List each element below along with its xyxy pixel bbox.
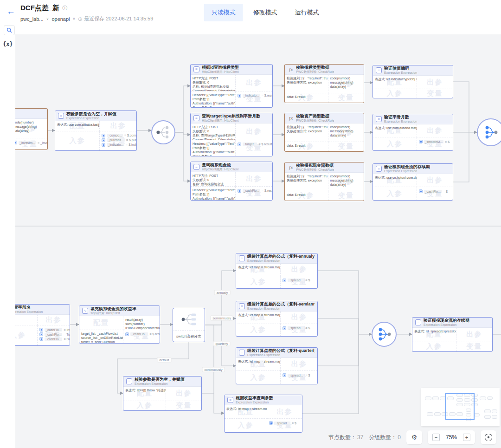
check-icon: ƒx [288, 115, 294, 121]
zoom-in-button[interactable]: + [463, 434, 470, 441]
expr-icon: = [239, 350, 245, 356]
zoom-out-button[interactable]: − [432, 434, 440, 441]
flow-node-n9[interactable]: = 验证估值编码 Expression Expression 配置表达式: le… [373, 65, 453, 98]
minimap-node [425, 396, 431, 400]
connector-fan-in[interactable] [372, 322, 397, 347]
search-button[interactable] [4, 25, 15, 35]
variable-tag: _spread...= $ [283, 326, 315, 330]
watermark-label: 入参 [225, 419, 267, 432]
status-bar: 节点数量：37 分组数量：0 ⚙ − 75% + [328, 430, 496, 444]
node-header: = 验证估值编码 Expression Expression [373, 65, 453, 76]
variable-icon [238, 143, 241, 146]
flow-node-n5[interactable]: ≡ 查询模拟现金流 HttpClient调用: HttpClient HTTP方… [190, 162, 273, 201]
flow-node-n3[interactable]: ≡ 根据id查询指标类型 HttpClient调用: HttpClient HT… [190, 64, 273, 108]
minimap-node [434, 412, 441, 416]
node-subtitle: Expression Expression [15, 310, 43, 314]
node-subtitle: Expression Expression [247, 353, 315, 357]
node-subtitle: Expression Expression [424, 323, 469, 327]
node-cell-tl: 校验规则: [ { "required": tru...失败处理方式: exce… [285, 123, 328, 142]
node-title: 校验参数是否为空，并赋值 [66, 112, 116, 117]
variable-tag: _spread...= $ [283, 373, 315, 377]
watermark-label: 出参 [456, 328, 492, 342]
flow-node-n13[interactable]: ∿ 填充模拟现金流的收益率 scipy计算: interp1Plt 配置resu… [79, 305, 160, 344]
variable-tag: _spread...= $ [283, 279, 315, 282]
tab-read-mode[interactable]: 只读模式 [204, 4, 243, 21]
flow-node-n17[interactable]: = 组装计算点差的公式（复利-quarterly） Expression Exp… [236, 347, 318, 384]
node-header: ≡ 根据id查询指标类型 HttpClient调用: HttpClient [191, 65, 272, 75]
http-icon: ≡ [193, 164, 199, 170]
flow-node-n10[interactable]: = 验证平滑月数 Expression Expression 配置表达式: us… [373, 114, 453, 151]
tab-run-mode[interactable]: 运行模式 [288, 4, 327, 21]
api-select[interactable]: openapi [51, 16, 70, 22]
node-header: = 组装计算点差的公式（复利-quarterly） Expression Exp… [236, 348, 317, 358]
node-cell-br: 变量 [456, 342, 492, 351]
search-icon [6, 27, 12, 33]
variable-icon [39, 332, 43, 336]
connector-fan-out[interactable] [151, 120, 175, 144]
flow-node-n1[interactable]: ƒx 出参code(number)message(string)data(arr… [15, 108, 48, 150]
variable-icon [283, 326, 286, 330]
node-cell-tl: 校验规则: [ { "required": tru...失败处理方式: exce… [285, 75, 328, 93]
settings-button[interactable]: ⚙ [406, 430, 422, 444]
flow-node-n4[interactable]: ≡ 查询targetType并找到平滑月数 HttpClient调用: Http… [190, 113, 273, 156]
branch-label: annualy [214, 290, 231, 295]
check-icon: ƒx [288, 66, 294, 72]
switch-node-label: switch流程分支 [173, 331, 205, 342]
variables-icon[interactable]: {x} [3, 41, 13, 47]
variable-icon [419, 189, 423, 193]
flow-node-n20[interactable]: = 验证模拟现金流的存续期 Expression Expression 配置表达… [412, 317, 493, 352]
node-cell-tr: 出参 [417, 76, 453, 89]
flow-node-n15[interactable]: = 组装计算点差的公式（复利-annualy） Expression Expre… [236, 253, 318, 289]
watermark-label: 出参 [281, 264, 317, 276]
minimap-node [484, 409, 491, 413]
node-title: 校验指标类型数据 [296, 65, 334, 70]
workspace-select[interactable]: pwc_lab... [20, 16, 44, 22]
branch-label: quarterly [213, 341, 230, 346]
node-cell-tr: 出参code(number)message(string)data(array) [328, 75, 364, 93]
variable-tag: _target...= $.result.data [238, 143, 270, 146]
flow-node-n6[interactable]: ƒx 校验指标类型数据 PWC数据校验: CheckRule 校验规则: [ {… [284, 64, 364, 103]
minimap-node [474, 413, 480, 416]
node-cell-br: 变量_cashFlo...= $.result [123, 330, 160, 344]
node-cell-bl: 入参 [225, 419, 267, 432]
minimap-node [487, 396, 493, 400]
minimap[interactable] [421, 388, 500, 426]
connector-fan-in[interactable] [477, 118, 501, 146]
node-cell-tr: 出参 [166, 387, 201, 401]
back-arrow-icon[interactable]: ← [6, 6, 15, 17]
watermark-label: 入参 [373, 89, 417, 98]
flow-node-n16[interactable]: = 组装计算点差的公式（复利-semiannualy） Expression E… [236, 301, 318, 337]
variable-tag: _cashFlo...= TotalCashF... [39, 332, 68, 336]
flow-canvas[interactable]: 节点数量：37 分组数量：0 ⚙ − 75% + ƒx 出参code(numbe… [15, 34, 501, 448]
expr-icon: = [239, 303, 245, 309]
node-header: ƒx 校验模拟现金流数据 PWC数据校验: CheckRule [285, 162, 364, 173]
flow-node-n8[interactable]: ƒx 校验模拟现金流数据 PWC数据校验: CheckRule 校验规则: [ … [284, 162, 364, 201]
info-icon[interactable]: ⓘ [62, 5, 67, 12]
clock-icon: ◷ [78, 16, 82, 21]
node-header: ƒx [15, 109, 47, 119]
http-icon: ≡ [193, 115, 199, 121]
minimap-viewport[interactable] [445, 393, 475, 420]
node-cell-tr: 出参 [281, 358, 317, 371]
watermark-label: 变量 [328, 142, 364, 151]
flow-node-n7[interactable]: ƒx 校验资产类型数据 PWC数据校验: CheckRule 校验规则: [ {… [284, 113, 364, 152]
node-subtitle: PWC数据校验: CheckRule [296, 168, 334, 172]
expr-icon: = [239, 255, 245, 261]
node-subtitle: scipy计算: interp1Plt [90, 312, 136, 315]
fit-view-button[interactable] [481, 430, 496, 444]
variable-tag: _cashFlo...= $.result.dat... [238, 189, 270, 193]
page-title: DCF点差_新 [20, 4, 59, 13]
node-subtitle: Expression Expression [135, 382, 185, 386]
flow-node-n2[interactable]: = 校验参数是否为空，并赋值 Expression Expression 配置表… [55, 110, 137, 151]
node-cell-tl: 配置表达式: let indicatorTypeObj = _i... [373, 76, 417, 89]
node-subtitle: HttpClient调用: HttpClient [202, 168, 238, 171]
expr-icon: = [376, 166, 382, 172]
node-cell-br: 变量 [417, 89, 453, 98]
flow-node-n19[interactable]: = 校验参数是否为空，并赋值 Expression Expression 配置表… [123, 376, 202, 411]
flow-node-n11[interactable]: = 验证模拟现金流的存续期 Expression Expression 配置表达… [373, 163, 453, 201]
flow-node-switch[interactable]: switch流程分支 [173, 308, 205, 342]
node-header: ∿ 填充模拟现金流的收益率 scipy计算: interp1Plt [79, 306, 160, 316]
flow-node-n18[interactable]: = 根据收益率查询参数 Expression Expression 配置表达式:… [224, 395, 302, 433]
tab-edit-mode[interactable]: 修改模式 [246, 4, 285, 21]
flow-node-n12[interactable]: = 设置字段名 Expression Expression Rate =...出… [15, 304, 70, 346]
